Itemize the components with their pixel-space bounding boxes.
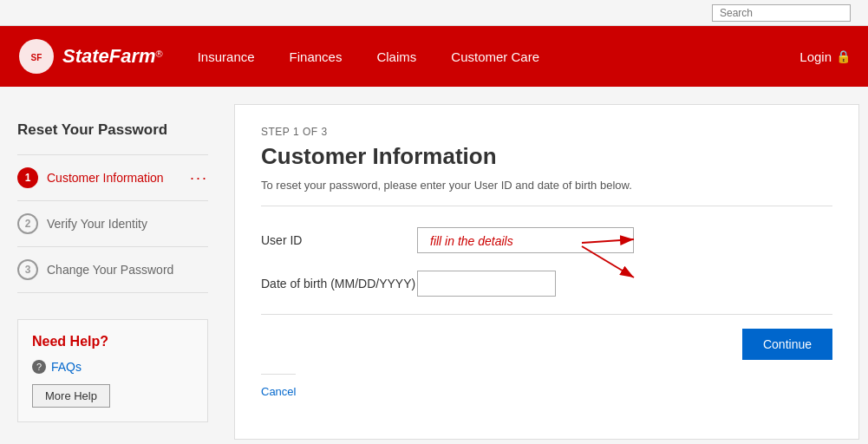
button-row: Continue — [261, 314, 832, 360]
userid-label: User ID — [261, 233, 417, 247]
page-title: Customer Information — [261, 143, 832, 170]
step-list: 1 Customer Information ··· 2 Verify Your… — [17, 154, 208, 293]
step-item-1[interactable]: 1 Customer Information ··· — [17, 155, 208, 201]
sidebar: Reset Your Password 1 Customer Informati… — [9, 104, 217, 440]
cancel-link[interactable]: Cancel — [261, 374, 296, 398]
statefarm-logo-icon: SF — [17, 37, 55, 75]
lock-icon: 🔒 — [836, 49, 851, 63]
logo-text: StateFarm® — [62, 45, 163, 68]
main-nav: Insurance Finances Claims Customer Care — [198, 49, 800, 64]
login-label: Login — [799, 49, 832, 64]
help-title: Need Help? — [32, 334, 193, 349]
faq-link[interactable]: ? FAQs — [32, 360, 193, 374]
nav-claims[interactable]: Claims — [376, 49, 416, 64]
step-indicator: STEP 1 OF 3 — [261, 126, 832, 138]
sidebar-title: Reset Your Password — [17, 121, 208, 139]
step-item-3[interactable]: 3 Change Your Password — [17, 247, 208, 293]
faq-label: FAQs — [51, 360, 82, 374]
dob-input[interactable] — [417, 271, 556, 297]
help-box: Need Help? ? FAQs More Help — [17, 319, 208, 422]
step-number-3: 3 — [17, 259, 38, 280]
step-label-3: Change Your Password — [47, 263, 173, 277]
svg-text:SF: SF — [31, 53, 42, 62]
step-label-1: Customer Information — [47, 171, 164, 185]
step-number-2: 2 — [17, 213, 38, 234]
main-container: Reset Your Password 1 Customer Informati… — [0, 87, 868, 444]
step-1-dots: ··· — [190, 169, 208, 187]
nav-finances[interactable]: Finances — [290, 49, 343, 64]
question-icon: ? — [32, 360, 46, 374]
page-description: To reset your password, please enter you… — [261, 179, 832, 206]
step-label-2: Verify Your Identity — [47, 217, 147, 231]
step-number-1: 1 — [17, 167, 38, 188]
more-help-button[interactable]: More Help — [32, 384, 110, 408]
header: SF StateFarm® Insurance Finances Claims … — [0, 26, 868, 87]
dob-label: Date of birth (MM/DD/YYYY) — [261, 277, 417, 291]
step-item-2[interactable]: 2 Verify Your Identity — [17, 201, 208, 247]
search-input[interactable] — [712, 4, 851, 22]
form-row-dob: Date of birth (MM/DD/YYYY) — [261, 271, 832, 297]
main-content: STEP 1 OF 3 Customer Information To rese… — [234, 104, 859, 440]
login-area[interactable]: Login 🔒 — [799, 49, 851, 64]
nav-customer-care[interactable]: Customer Care — [451, 49, 539, 64]
form-row-userid: User ID — [261, 227, 832, 253]
nav-insurance[interactable]: Insurance — [198, 49, 255, 64]
continue-button[interactable]: Continue — [742, 329, 832, 360]
userid-input[interactable] — [417, 227, 634, 253]
logo-area[interactable]: SF StateFarm® — [17, 37, 163, 75]
top-bar — [0, 0, 868, 26]
form-fields-wrapper: fill in the details User ID Date of birt… — [261, 227, 832, 297]
